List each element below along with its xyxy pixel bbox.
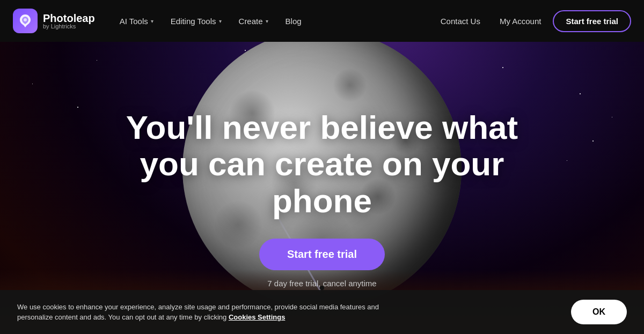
cookie-ok-button[interactable]: OK: [571, 300, 627, 324]
chevron-down-icon: ▾: [219, 18, 222, 24]
chevron-down-icon: ▾: [266, 18, 268, 24]
logo-text: Photoleap by Lightricks: [43, 13, 95, 29]
cookie-message: We use cookies to enhance your experienc…: [17, 303, 379, 322]
nav-item-blog[interactable]: Blog: [278, 12, 309, 30]
logo-icon: [13, 9, 38, 33]
cookie-banner: We use cookies to enhance your experienc…: [0, 290, 644, 334]
logo-sub: by Lightricks: [43, 24, 95, 29]
nav-item-editing-tools[interactable]: Editing Tools ▾: [163, 12, 229, 30]
nav-cta-button[interactable]: Start free trial: [553, 10, 631, 32]
nav-create-label: Create: [239, 17, 263, 26]
navigation: Photoleap by Lightricks AI Tools ▾ Editi…: [0, 0, 644, 42]
nav-links: AI Tools ▾ Editing Tools ▾ Create ▾ Blog: [112, 12, 433, 30]
cookie-text: We use cookies to enhance your experienc…: [17, 302, 404, 323]
nav-editing-tools-label: Editing Tools: [171, 17, 216, 26]
nav-item-ai-tools[interactable]: AI Tools ▾: [112, 12, 161, 30]
hero-content: You'll never believe what you can create…: [91, 109, 553, 288]
nav-ai-tools-label: AI Tools: [120, 17, 148, 26]
chevron-down-icon: ▾: [151, 18, 153, 24]
nav-right: Contact Us My Account Start free trial: [433, 10, 631, 32]
cookie-settings-link[interactable]: Cookies Settings: [229, 313, 285, 321]
nav-item-create[interactable]: Create ▾: [231, 12, 276, 30]
hero-cta-button[interactable]: Start free trial: [259, 239, 385, 270]
logo-svg: [18, 13, 33, 28]
logo-link[interactable]: Photoleap by Lightricks: [13, 9, 95, 33]
hero-headline: You'll never believe what you can create…: [113, 109, 531, 219]
svg-point-0: [24, 18, 27, 21]
nav-account-link[interactable]: My Account: [492, 12, 549, 30]
logo-name: Photoleap: [43, 13, 95, 24]
nav-blog-label: Blog: [286, 17, 302, 26]
hero-subtext: 7 day free trial, cancel anytime: [113, 279, 531, 288]
nav-contact-link[interactable]: Contact Us: [433, 12, 488, 30]
